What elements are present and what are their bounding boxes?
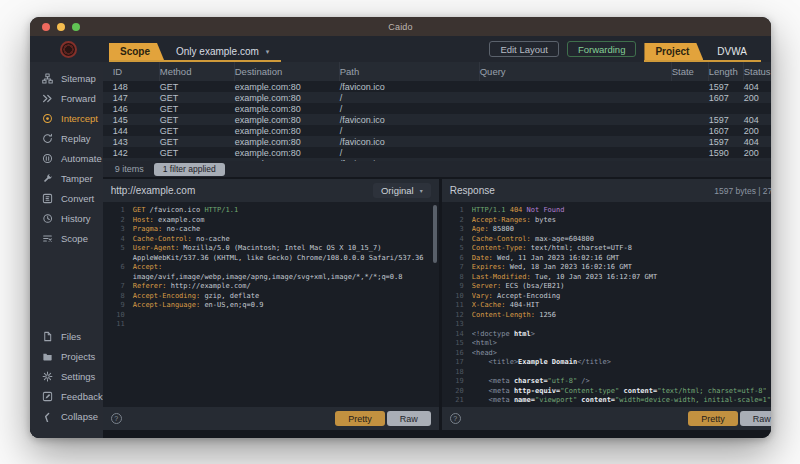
sidebar-item-collapse[interactable]: Collapse	[30, 406, 103, 426]
column-header-state[interactable]: State	[672, 62, 709, 81]
table-cell: GET	[160, 93, 235, 103]
settings-icon	[41, 370, 53, 382]
sidebar-item-label: Collapse	[61, 411, 98, 422]
request-pretty-button[interactable]: Pretty	[335, 411, 385, 426]
table-row[interactable]: 147GETexample.com:80/1607200	[103, 92, 771, 103]
column-header-length[interactable]: Length	[709, 62, 744, 81]
line-number: 8	[109, 292, 125, 302]
column-header-destination[interactable]: Destination	[235, 62, 340, 81]
sidebar-item-feedback[interactable]: Feedback	[30, 386, 103, 406]
sidebar-item-forward[interactable]: Forward	[30, 88, 103, 108]
table-cell: 404	[744, 159, 771, 162]
logo-area	[30, 41, 107, 58]
edit-layout-button[interactable]: Edit Layout	[489, 41, 559, 57]
table-row[interactable]: 148GETexample.com:80/favicon.ico1597404	[103, 81, 771, 92]
project-selector[interactable]: Project DVWA	[644, 36, 761, 62]
line-content: Date: Wed, 11 Jan 2023 16:02:16 GMT	[472, 254, 771, 264]
table-row[interactable]: 142GETexample.com:80/1590200	[103, 147, 771, 158]
table-cell: 200	[744, 148, 771, 158]
table-cell: 142	[113, 148, 160, 158]
request-view-selector[interactable]: Original ▾	[373, 183, 431, 198]
help-icon[interactable]: ?	[111, 413, 122, 424]
request-scrollbar[interactable]	[433, 205, 437, 263]
sidebar-item-sitemap[interactable]: Sitemap	[30, 68, 103, 88]
table-row[interactable]: 145GETexample.com:80/favicon.ico1597404	[103, 114, 771, 125]
code-line: 18	[448, 368, 771, 378]
sidebar-item-label: Tamper	[61, 173, 93, 184]
project-name: DVWA	[703, 43, 761, 60]
table-row[interactable]: 143GETexample.com:80/favicon.ico1597404	[103, 136, 771, 147]
convert-icon	[41, 192, 53, 204]
desktop-background: Caido Scope Only example.com ▾ Edit Layo…	[0, 0, 800, 464]
line-number: 20	[448, 387, 464, 397]
line-content: Pragma: no-cache	[133, 225, 431, 235]
table-row[interactable]: 146GETexample.com:80/	[103, 103, 771, 114]
table-cell: 200	[744, 126, 771, 136]
sidebar-item-tamper[interactable]: Tamper	[30, 168, 103, 188]
table-row[interactable]: 141GETexample.com:80/favicon.ico1597404	[103, 158, 771, 161]
replay-icon	[41, 132, 53, 144]
scope-icon	[41, 232, 53, 244]
code-line: 6Accept: image/avif,image/webp,image/apn…	[109, 263, 431, 282]
response-pretty-button[interactable]: Pretty	[688, 411, 738, 426]
line-number: 4	[109, 235, 125, 245]
table-cell: GET	[160, 159, 235, 162]
items-count: 9 items	[115, 164, 144, 174]
code-line: 4Cache-Control: max-age=604800	[448, 235, 771, 245]
code-line: 10Vary: Accept-Encoding	[448, 292, 771, 302]
request-url: http://example.com	[111, 185, 195, 196]
line-number: 8	[448, 273, 464, 283]
line-content: GET /favicon.ico HTTP/1.1	[133, 206, 431, 216]
help-icon[interactable]: ?	[450, 413, 461, 424]
line-number: 16	[448, 349, 464, 359]
line-content: Last-Modified: Tue, 10 Jan 2023 16:12:07…	[472, 273, 771, 283]
table-header: IDMethodDestinationPathQueryStateLengthS…	[103, 62, 771, 81]
code-line: 7Expires: Wed, 18 Jan 2023 16:02:16 GMT	[448, 263, 771, 273]
sidebar-item-intercept[interactable]: Intercept	[30, 108, 103, 128]
request-view-value: Original	[381, 185, 414, 196]
sidebar-item-history[interactable]: History	[30, 208, 103, 228]
collapse-icon	[41, 410, 53, 422]
tab-scope[interactable]: Scope	[109, 43, 164, 60]
app-window: Caido Scope Only example.com ▾ Edit Layo…	[30, 17, 771, 438]
line-number: 5	[109, 244, 125, 263]
column-header-status[interactable]: Status	[744, 62, 771, 81]
filter-applied-chip[interactable]: 1 filter applied	[154, 163, 225, 176]
request-table: 148GETexample.com:80/favicon.ico15974041…	[103, 81, 771, 161]
code-line: 8Accept-Encoding: gzip, deflate	[109, 292, 431, 302]
table-cell: 200	[744, 93, 771, 103]
sidebar-bottom-group: FilesProjectsSettingsFeedbackCollapse	[30, 326, 103, 426]
line-number: 3	[448, 225, 464, 235]
sidebar-item-files[interactable]: Files	[30, 326, 103, 346]
line-content: Cache-Control: max-age=604800	[472, 235, 771, 245]
top-navbar: Scope Only example.com ▾ Edit Layout For…	[30, 36, 771, 62]
sidebar-item-replay[interactable]: Replay	[30, 128, 103, 148]
column-header-method[interactable]: Method	[160, 62, 235, 81]
line-number: 10	[448, 292, 464, 302]
sidebar-item-projects[interactable]: Projects	[30, 346, 103, 366]
window-title: Caido	[30, 22, 771, 32]
response-viewer[interactable]: 1HTTP/1.1 404 Not Found2Accept-Ranges: b…	[442, 202, 771, 407]
intercept-icon	[41, 112, 53, 124]
sidebar-item-automate[interactable]: Automate	[30, 148, 103, 168]
request-panel: http://example.com Original ▾ 1GET /favi…	[103, 179, 439, 430]
request-editor[interactable]: 1GET /favicon.ico HTTP/1.12Host: example…	[103, 202, 439, 407]
sidebar-item-convert[interactable]: Convert	[30, 188, 103, 208]
column-header-path[interactable]: Path	[340, 62, 480, 81]
sidebar-item-label: History	[61, 213, 91, 224]
table-cell: /	[340, 148, 480, 158]
table-cell: /	[340, 93, 480, 103]
forwarding-button[interactable]: Forwarding	[567, 41, 637, 57]
column-header-query[interactable]: Query	[480, 62, 672, 81]
request-raw-button[interactable]: Raw	[387, 411, 431, 426]
sidebar-top-group: SitemapForwardInterceptReplayAutomateTam…	[30, 68, 103, 248]
code-line: 15<html>	[448, 339, 771, 349]
table-row[interactable]: 144GETexample.com:80/1607200	[103, 125, 771, 136]
automate-icon	[41, 152, 53, 164]
response-raw-button[interactable]: Raw	[740, 411, 771, 426]
sidebar-item-settings[interactable]: Settings	[30, 366, 103, 386]
line-content	[472, 368, 771, 378]
column-header-id[interactable]: ID	[113, 62, 160, 81]
sidebar-item-scope[interactable]: Scope	[30, 228, 103, 248]
scope-preset-selector[interactable]: Only example.com ▾	[164, 43, 281, 60]
